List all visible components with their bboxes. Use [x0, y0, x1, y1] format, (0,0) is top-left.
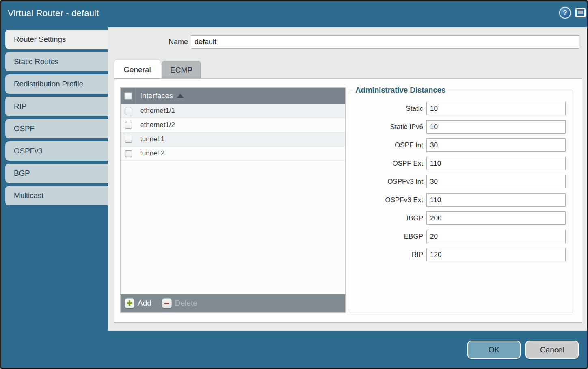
ospfv3-int-input[interactable] [426, 175, 566, 188]
rip-input[interactable] [426, 248, 566, 261]
interface-name: ethernet1/2 [140, 121, 175, 129]
row-checkbox[interactable] [125, 136, 132, 143]
table-row[interactable]: tunnel.1 [121, 132, 345, 147]
field-row-ospf-int: OSPF Int [349, 138, 573, 152]
field-row-ibgp: IBGP [349, 211, 573, 225]
field-row-ospf-ext: OSPF Ext [349, 157, 573, 170]
minimize-window-icon[interactable] [575, 8, 586, 17]
table-row[interactable]: ethernet1/1 [121, 104, 345, 118]
sidebar: Router Settings Static Routes Redistribu… [1, 27, 108, 368]
ok-button[interactable]: OK [467, 341, 521, 359]
select-all-checkbox[interactable] [124, 92, 132, 100]
ospfv3-int-label: OSPFv3 Int [349, 178, 426, 186]
ibgp-input[interactable] [426, 211, 566, 225]
sidebar-item-redistribution-profile[interactable]: Redistribution Profile [5, 74, 108, 94]
interface-name: tunnel.2 [140, 149, 165, 158]
row-checkbox-cell [121, 104, 136, 118]
ospfv3-ext-label: OSPFv3 Ext [349, 196, 426, 204]
sidebar-item-router-settings[interactable]: Router Settings [5, 30, 108, 49]
sort-ascending-icon[interactable] [177, 94, 184, 98]
add-button-label: Add [138, 299, 151, 308]
cancel-button[interactable]: Cancel [525, 341, 579, 359]
administrative-distances-fields: Static Static IPv6 OSPF Int OSPF Ext [349, 102, 573, 261]
delete-button[interactable]: Delete [162, 298, 197, 308]
table-empty-area [121, 161, 345, 294]
ospf-int-input[interactable] [426, 138, 566, 152]
content-area: Name General ECMP Interfaces ethernet1/1… [108, 27, 588, 331]
row-checkbox-cell [121, 118, 136, 132]
virtual-router-dialog: Virtual Router - default ? Router Settin… [0, 0, 588, 369]
ibgp-label: IBGP [349, 214, 426, 222]
row-checkbox-cell [121, 132, 136, 146]
static-ipv6-input[interactable] [426, 120, 566, 134]
ospfv3-ext-input[interactable] [426, 193, 566, 207]
administrative-distances-fieldset: Administrative Distances Static Static I… [349, 91, 573, 312]
field-row-rip: RIP [349, 248, 573, 261]
interfaces-table: Interfaces ethernet1/1 ethernet1/2 tunne… [120, 87, 346, 313]
row-checkbox[interactable] [125, 108, 132, 114]
row-checkbox-cell [121, 147, 136, 160]
name-input[interactable] [191, 35, 579, 49]
row-checkbox[interactable] [125, 150, 132, 157]
add-button[interactable]: Add [125, 298, 151, 308]
field-row-ebgp: EBGP [349, 230, 573, 243]
field-row-static: Static [349, 102, 573, 115]
sidebar-item-ospf[interactable]: OSPF [5, 119, 108, 138]
minimize-bar [578, 11, 583, 14]
administrative-distances-title: Administrative Distances [353, 86, 448, 95]
static-label: Static [349, 105, 426, 113]
sidebar-item-bgp[interactable]: BGP [5, 164, 108, 183]
help-icon[interactable]: ? [559, 7, 571, 19]
delete-minus-icon [162, 298, 172, 308]
sidebar-item-static-routes[interactable]: Static Routes [5, 52, 108, 71]
static-ipv6-label: Static IPv6 [349, 123, 426, 131]
table-row[interactable]: ethernet1/2 [121, 118, 345, 132]
field-row-ospfv3-int: OSPFv3 Int [349, 175, 573, 188]
tab-general[interactable]: General [114, 60, 161, 78]
tab-ecmp[interactable]: ECMP [162, 61, 201, 78]
field-row-ospfv3-ext: OSPFv3 Ext [349, 193, 573, 207]
row-checkbox[interactable] [125, 122, 132, 129]
rip-label: RIP [349, 251, 426, 259]
name-label: Name [132, 35, 188, 49]
sidebar-item-ospfv3[interactable]: OSPFv3 [5, 141, 108, 161]
interface-name: tunnel.1 [140, 135, 165, 143]
delete-button-label: Delete [175, 299, 197, 308]
select-all-cell [121, 88, 136, 104]
ebgp-label: EBGP [349, 233, 426, 241]
dialog-title: Virtual Router - default [8, 8, 99, 19]
general-tab-panel: Interfaces ethernet1/1 ethernet1/2 tunne… [114, 78, 582, 323]
add-plus-icon [125, 298, 134, 308]
interfaces-column-header[interactable]: Interfaces [140, 92, 173, 100]
table-row[interactable]: tunnel.2 [121, 147, 345, 161]
ospf-ext-label: OSPF Ext [349, 160, 426, 168]
sidebar-item-rip[interactable]: RIP [5, 97, 108, 116]
table-footer: Add Delete [121, 294, 345, 312]
ebgp-input[interactable] [426, 230, 566, 243]
interfaces-table-header: Interfaces [121, 88, 345, 104]
static-input[interactable] [426, 102, 566, 115]
ospf-ext-input[interactable] [426, 157, 566, 170]
field-row-static-ipv6: Static IPv6 [349, 120, 573, 134]
interface-name: ethernet1/1 [140, 107, 175, 115]
ospf-int-label: OSPF Int [349, 141, 426, 149]
sidebar-item-multicast[interactable]: Multicast [5, 186, 108, 205]
